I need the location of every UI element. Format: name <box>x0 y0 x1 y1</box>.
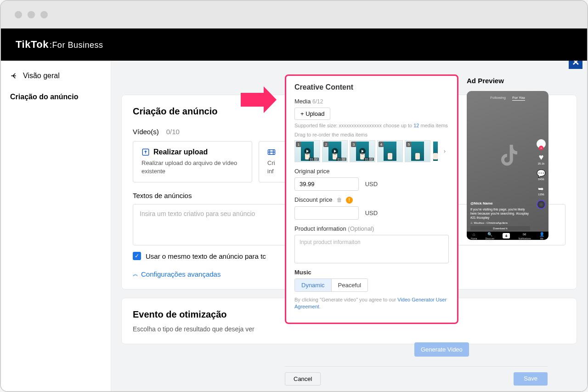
ad-text-placeholder: Insira um texto criativo para seu anúnci… <box>140 210 255 217</box>
upload-icon <box>141 148 150 156</box>
nav-home[interactable]: ⌂Home <box>471 232 477 240</box>
ad-preview-section: Ad Preview Following For You ♥25.1k 💬345… <box>467 77 548 240</box>
nav-notifications[interactable]: ✉Notifications <box>518 232 531 240</box>
product-info-input[interactable]: Input product informaiton <box>294 235 449 263</box>
discount-price-label: Discount price <box>294 196 332 203</box>
currency-label: USD <box>365 181 378 187</box>
upload-card-title: Realizar upload <box>153 148 208 156</box>
back-overview-link[interactable]: Visão geral <box>10 72 102 80</box>
trash-icon[interactable]: 🗑 <box>337 197 342 203</box>
download-button[interactable]: Download it <box>470 226 530 231</box>
second-card-frag2: inf <box>267 168 274 175</box>
media-thumb[interactable]: 4 <box>377 140 403 162</box>
creative-content-panel: Creative Content Media 6/12 + Upload Sup… <box>285 74 458 324</box>
brand-suffix: :For Business <box>50 40 103 50</box>
discount-price-input[interactable] <box>294 206 359 220</box>
chevron-right-icon[interactable]: › <box>441 148 448 154</box>
original-price-label: Original price <box>294 168 449 175</box>
support-text: Supported file size: xxxxxxxxxxxxxxxxx c… <box>294 123 449 128</box>
music-disc-icon[interactable] <box>537 200 546 209</box>
app-header: TikTok:For Business <box>1 28 587 61</box>
music-label: Music <box>294 269 449 276</box>
preview-music-line: ♫ Woohoo - ChristinaAguilera <box>470 222 508 224</box>
browser-frame: TikTok:For Business Visão geral Criação … <box>0 0 588 392</box>
upload-card-desc: Realizar upload do arquivo de vídeo exis… <box>141 159 243 176</box>
brand-logo: TikTok:For Business <box>16 39 103 51</box>
tab-for-you[interactable]: For You <box>512 96 525 101</box>
comment-count: 3456 <box>538 178 544 181</box>
warning-icon: ! <box>346 197 353 204</box>
media-thumb[interactable]: 201:02 <box>322 140 348 162</box>
chevron-up-double-icon: ︽ <box>133 270 138 278</box>
tab-following[interactable]: Following <box>490 96 506 100</box>
optional-tag: (Optional) <box>348 225 374 232</box>
mac-dot <box>40 11 48 18</box>
preview-caption: @Nick Name If you're visiting this page,… <box>470 201 530 220</box>
browser-chrome-top <box>1 1 587 28</box>
tiktok-logo-icon <box>495 142 520 168</box>
nav-discover[interactable]: 🔍Discover <box>486 232 494 240</box>
drag-hint: Drag to re-order the media items <box>294 132 449 137</box>
like-icon[interactable]: ♥ <box>539 153 544 162</box>
modal-footer: Cancel Save <box>285 366 548 386</box>
nav-create[interactable]: + <box>503 233 510 239</box>
avatar-icon[interactable] <box>537 139 546 148</box>
modal-title: Creative Content <box>294 83 449 91</box>
mac-dot <box>15 11 22 18</box>
close-button[interactable]: ✕ <box>569 61 582 69</box>
agreement-text: By clicking "Generate video" you agree t… <box>294 296 449 311</box>
share-count: 1256 <box>538 193 544 196</box>
media-label: Media <box>294 98 311 105</box>
media-thumb-partial <box>432 140 439 162</box>
right-action-icons: ♥25.1k 💬3456 ➥1256 <box>537 139 546 209</box>
preview-caption-text: If you're visiting this page, you're lik… <box>470 208 529 219</box>
videos-count: 0/10 <box>166 128 180 136</box>
feed-tabs: Following For You <box>467 96 548 100</box>
media-count: 6/12 <box>312 98 323 105</box>
second-card-frag1: Cri <box>267 159 275 166</box>
media-thumbs[interactable]: 101:02 201:02 301:02 4 5 › <box>294 140 449 162</box>
music-tab-dynamic[interactable]: Dynamic <box>295 279 332 291</box>
brand-name: TikTok <box>16 39 49 50</box>
comment-icon[interactable]: 💬 <box>537 169 546 178</box>
arrow-left-icon <box>10 72 18 80</box>
phone-bottom-nav: ⌂Home 🔍Discover + ✉Notifications 👤Me <box>467 232 548 240</box>
mac-dot <box>28 11 35 18</box>
original-price-input[interactable]: 39.99 <box>294 177 359 191</box>
music-tab-peaceful[interactable]: Peaceful <box>332 279 368 291</box>
upload-card[interactable]: Realizar upload Realizar upload do arqui… <box>133 141 252 182</box>
save-button[interactable]: Save <box>514 372 548 386</box>
back-label: Visão geral <box>23 72 60 80</box>
generate-video-button[interactable]: Generate Video <box>414 342 469 357</box>
videos-label: Vídeo(s) <box>133 128 159 136</box>
share-icon[interactable]: ➥ <box>538 185 544 193</box>
preview-username: @Nick Name <box>470 201 530 206</box>
upload-media-button[interactable]: + Upload <box>294 108 330 120</box>
same-text-label: Usar o mesmo texto de anúncio para tc <box>146 252 266 260</box>
product-info-label: Product information <box>294 225 346 232</box>
media-thumb[interactable]: 5 <box>405 140 430 162</box>
like-count: 25.1k <box>538 162 545 165</box>
media-thumb[interactable]: 101:02 <box>294 140 320 162</box>
currency-label: USD <box>365 210 378 216</box>
checkbox-checked-icon: ✓ <box>133 252 141 260</box>
advanced-label: Configurações avançadas <box>141 270 220 278</box>
cancel-button[interactable]: Cancel <box>285 372 321 386</box>
opt-desc: Escolha o tipo de resultado que deseja v… <box>133 325 565 333</box>
ad-preview-title: Ad Preview <box>467 77 548 85</box>
phone-preview: Following For You ♥25.1k 💬3456 ➥1256 @Ni… <box>467 91 548 240</box>
nav-me[interactable]: 👤Me <box>539 232 544 240</box>
media-thumb[interactable]: 301:02 <box>350 140 375 162</box>
sidebar-item-ad-creation[interactable]: Criação do anúncio <box>10 93 102 101</box>
left-sidebar: Visão geral Criação do anúncio <box>1 61 111 391</box>
media-icon <box>267 148 276 156</box>
music-tabs: Dynamic Peaceful <box>294 278 368 292</box>
